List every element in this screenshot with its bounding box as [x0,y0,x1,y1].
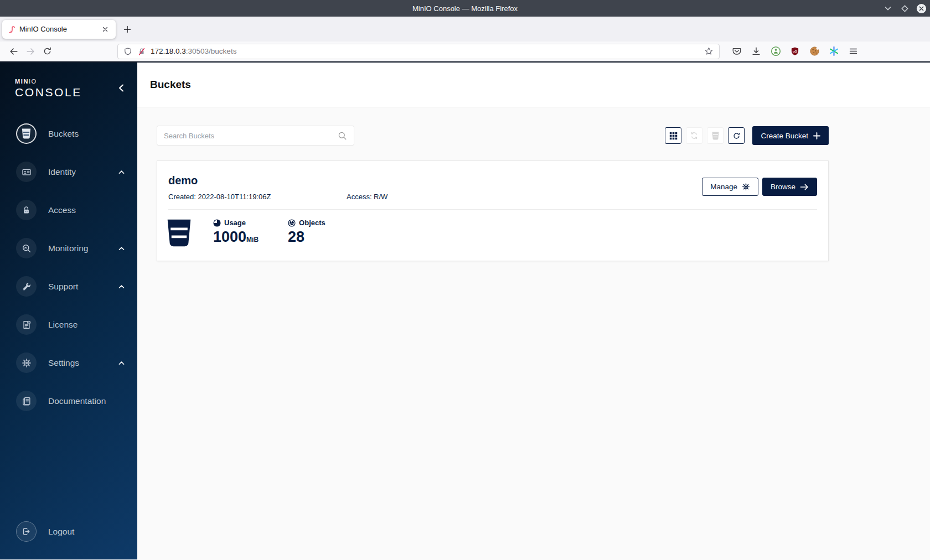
page-header: Buckets [137,63,930,107]
monitor-search-icon [16,238,37,258]
sidebar-item-label: Monitoring [48,243,118,253]
refresh-icon [732,132,741,140]
objects-label: Objects [299,219,326,227]
minio-wordmark: MINIO [15,78,125,85]
usage-label: Usage [224,219,246,227]
browse-label: Browse [771,183,795,191]
manage-label: Manage [710,183,737,191]
privacy-extension-icon[interactable] [769,45,782,58]
hamburger-menu-icon[interactable] [847,45,859,58]
create-bucket-button[interactable]: Create Bucket [752,126,829,145]
url-bar[interactable]: 172.18.0.3:30503/buckets [117,44,720,59]
window-minimize-button[interactable] [882,3,893,14]
manage-button[interactable]: Manage [702,178,758,196]
logo-io: IO [29,78,37,85]
sidebar-item-label: Buckets [48,129,125,139]
sidebar-item-license[interactable]: License [0,305,137,344]
usage-pie-icon [213,219,221,227]
search-input[interactable] [164,132,338,140]
sidebar-collapse-icon[interactable] [117,84,126,92]
objects-metric: Objects 28 [288,219,326,245]
id-card-icon [16,162,37,182]
sidebar-item-label: Support [48,282,118,292]
tab-close-icon[interactable] [99,23,111,35]
usage-value: 1000 [213,229,246,245]
sidebar-item-label: License [48,320,125,330]
sidebar-item-access[interactable]: Access [0,191,137,229]
documentation-icon [16,391,37,411]
tab-minio-console[interactable]: MinIO Console [2,20,116,39]
chevron-up-icon[interactable] [118,284,125,289]
tracking-shield-icon[interactable] [123,47,132,56]
create-bucket-label: Create Bucket [761,132,808,140]
window-maximize-button[interactable] [899,3,910,14]
new-tab-button[interactable] [121,23,133,35]
objects-icon [288,219,296,227]
console-wordmark: CONSOLE [15,86,125,99]
url-host: 172.18.0.3 [151,47,186,55]
url-text[interactable]: 172.18.0.3:30503/buckets [151,47,704,55]
delete-buckets-button [707,127,724,144]
insecure-lock-icon[interactable] [137,47,146,56]
bucket-icon [16,123,37,144]
tab-bar: MinIO Console [0,17,930,42]
cookie-extension-icon[interactable] [808,45,820,58]
bucket-small-icon [712,132,719,140]
minio-console-logo: MINIO CONSOLE [0,63,137,99]
back-button[interactable] [6,44,22,59]
sidebar-item-buckets[interactable]: Buckets [0,115,137,153]
svg-text:uO: uO [793,49,798,53]
main-content: Buckets [137,63,930,559]
chevron-up-icon[interactable] [118,170,125,174]
extension-toolbar: uO [731,45,859,58]
browser-toolbar: 172.18.0.3:30503/buckets uO [0,42,930,61]
refresh-button[interactable] [728,127,745,144]
set-replication-button [686,127,702,144]
logo-min: MIN [15,78,29,85]
chevron-up-icon[interactable] [118,246,125,251]
multicolor-asterisk-extension-icon[interactable] [828,45,840,58]
sidebar-item-support[interactable]: Support [0,267,137,305]
usage-metric: Usage 1000MiB [213,219,259,245]
sidebar-item-identity[interactable]: Identity [0,153,137,191]
page-title: Buckets [150,79,191,91]
sidebar-item-label: Access [48,205,125,215]
sidebar-item-settings[interactable]: Settings [0,344,137,382]
window-title: MinIO Console — Mozilla Firefox [412,4,518,13]
browse-button[interactable]: Browse [762,178,817,196]
lock-icon [16,200,37,220]
gear-icon [16,352,37,373]
chevron-up-icon[interactable] [118,361,125,365]
support-wrench-icon [16,276,37,297]
logout-icon [16,521,37,542]
firefox-logo-icon [6,3,17,14]
sidebar-item-label: Logout [48,527,125,537]
sidebar: MINIO CONSOLE Buckets Identity [0,63,137,559]
forward-button[interactable] [22,44,39,59]
window-titlebar: MinIO Console — Mozilla Firefox [0,0,930,17]
objects-value: 28 [288,229,304,245]
actions-row: Create Bucket [157,126,829,146]
sidebar-nav: Buckets Identity Access [0,115,137,420]
bucket-access: Access: R/W [347,193,388,201]
sidebar-item-documentation[interactable]: Documentation [0,382,137,420]
ublock-origin-icon[interactable]: uO [789,45,801,58]
sidebar-item-label: Identity [48,167,118,177]
sidebar-item-monitoring[interactable]: Monitoring [0,229,137,267]
reload-button[interactable] [39,44,55,59]
search-box[interactable] [157,126,354,146]
plus-icon [813,132,820,139]
sidebar-item-label: Settings [48,358,118,368]
window-close-button[interactable] [916,3,927,14]
sidebar-item-logout[interactable]: Logout [0,512,137,551]
arrow-right-icon [800,183,809,191]
bookmark-star-icon[interactable] [704,46,714,56]
pocket-icon[interactable] [731,45,743,58]
bucket-name[interactable]: demo [168,174,198,187]
bucket-large-icon [167,219,192,247]
bucket-card[interactable]: demo Created: 2022-08-10T11:19:06Z Acces… [157,160,829,261]
downloads-icon[interactable] [750,45,762,58]
search-icon [338,131,347,141]
gear-icon [742,183,750,191]
grid-view-button[interactable] [665,127,681,144]
